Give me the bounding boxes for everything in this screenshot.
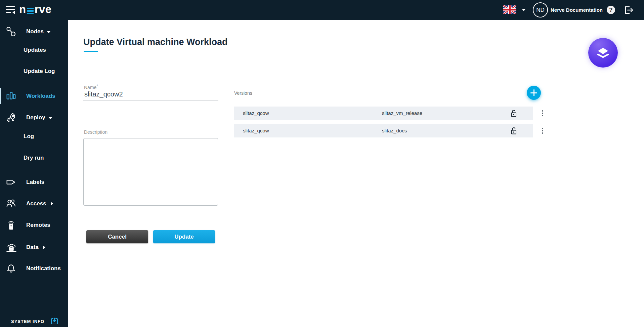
sidebar: Nodes Updates Update Log Workloads — [0, 20, 68, 327]
lock-icon — [511, 110, 517, 117]
required-asterisk: * — [96, 84, 98, 88]
chevron-right-icon — [51, 202, 53, 205]
chevron-right-icon — [43, 246, 45, 249]
main-content: Update Virtual machine Workload Name* De… — [68, 20, 644, 327]
user-name-label: Nerve Documentation — [551, 7, 603, 13]
help-button[interactable]: ? — [607, 6, 615, 14]
version-row-workload-name: slitaz_qcow — [243, 110, 269, 116]
description-textarea[interactable] — [83, 138, 218, 206]
sidebar-item-remotes[interactable]: Remotes — [0, 218, 68, 232]
sidebar-item-nodes[interactable]: Nodes — [0, 25, 68, 38]
sidebar-item-access[interactable]: Access — [0, 197, 68, 210]
layers-icon — [595, 45, 611, 60]
kebab-icon — [542, 128, 543, 129]
collapse-arrow-icon — [12, 11, 15, 14]
update-button[interactable]: Update — [153, 230, 215, 243]
page-title: Update Virtual machine Workload — [83, 37, 228, 47]
logo-text-post: rve — [35, 3, 52, 16]
name-field-label: Name* — [84, 84, 98, 90]
cancel-button[interactable]: Cancel — [86, 230, 148, 243]
nerve-logo[interactable]: n rve — [19, 3, 52, 16]
versions-section-label: Versions — [234, 90, 252, 96]
add-version-button[interactable] — [527, 86, 541, 100]
sidebar-item-log[interactable]: Log — [0, 130, 68, 143]
logo-text-pre: n — [19, 3, 26, 16]
chevron-down-icon — [47, 31, 50, 33]
sidebar-item-updates[interactable]: Updates — [0, 43, 68, 57]
sidebar-item-workloads[interactable]: Workloads — [0, 88, 68, 104]
chevron-down-icon — [49, 117, 52, 119]
version-row-version-name: slitaz_docs — [382, 128, 407, 133]
kebab-icon — [542, 110, 543, 112]
rocket-icon — [5, 112, 17, 123]
remote-control-icon — [5, 219, 17, 231]
language-flag-uk-icon[interactable] — [503, 5, 516, 14]
sidebar-item-notifications[interactable]: Notifications — [0, 262, 68, 275]
topbar: n rve ND Nerve Documentation ? — [0, 0, 644, 20]
hamburger-icon — [6, 6, 15, 7]
avatar-initials: ND — [536, 7, 545, 13]
cloud-database-icon — [5, 242, 17, 253]
system-info-label: SYSTEM INFO — [11, 319, 44, 324]
version-row-menu-button[interactable] — [540, 128, 545, 134]
app-root: n rve ND Nerve Documentation ? — [0, 0, 644, 327]
description-field-label: Description — [84, 129, 108, 135]
users-icon — [5, 198, 17, 209]
logout-icon[interactable] — [624, 5, 634, 15]
sidebar-item-deploy[interactable]: Deploy — [0, 111, 68, 124]
user-avatar[interactable]: ND — [533, 2, 548, 17]
question-mark-icon: ? — [609, 7, 612, 13]
sidebar-item-label: Nodes — [26, 28, 44, 35]
vm-workload-type-badge — [588, 38, 618, 68]
menu-toggle-button[interactable] — [6, 6, 16, 14]
name-input[interactable] — [83, 89, 218, 101]
version-row-version-name: slitaz_vm_release — [382, 110, 422, 116]
lock-icon — [511, 127, 517, 135]
bell-icon — [5, 263, 17, 274]
sidebar-item-labels[interactable]: Labels — [0, 175, 68, 189]
version-row: slitaz_qcow slitaz_vm_release — [234, 107, 533, 120]
workloads-icon — [5, 90, 17, 102]
sidebar-item-data[interactable]: Data — [0, 241, 68, 254]
sidebar-item-update-log[interactable]: Update Log — [0, 65, 68, 78]
version-row-menu-button[interactable] — [540, 110, 545, 117]
system-info-button[interactable]: SYSTEM INFO — [0, 315, 68, 327]
nodes-icon — [5, 26, 17, 37]
language-dropdown-chevron-icon[interactable] — [522, 9, 526, 11]
tag-icon — [5, 176, 17, 188]
version-row: slitaz_qcow slitaz_docs — [234, 124, 533, 137]
title-accent-underline — [84, 51, 98, 52]
logo-bars-icon — [27, 8, 34, 14]
sidebar-item-dry-run[interactable]: Dry run — [0, 151, 68, 165]
download-icon — [50, 318, 58, 325]
version-row-workload-name: slitaz_qcow — [243, 128, 269, 133]
